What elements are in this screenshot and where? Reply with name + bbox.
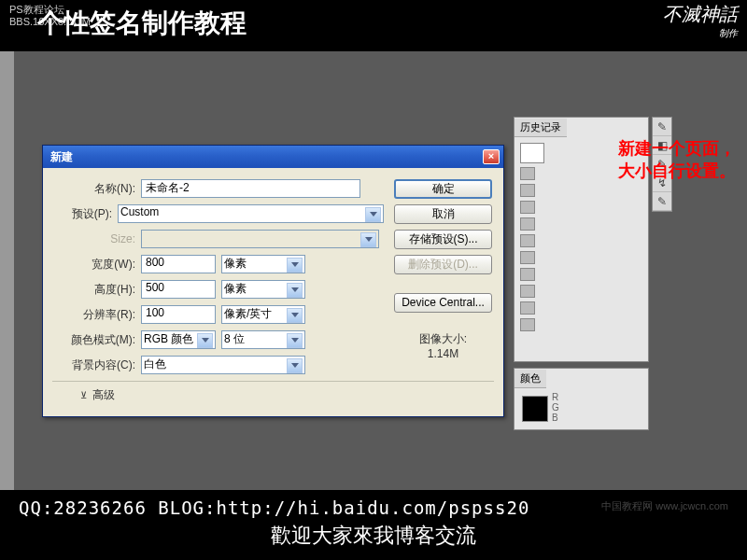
chevron-down-icon [291, 338, 299, 343]
history-item[interactable] [518, 283, 644, 300]
history-item[interactable] [518, 249, 644, 266]
bg-content-select[interactable]: 白色 [141, 356, 305, 374]
color-panel-body: R G B [514, 388, 648, 429]
chevron-down-icon [291, 363, 299, 368]
history-step-icon [520, 268, 535, 281]
tutorial-title: 个性签名制作教程 [37, 6, 247, 41]
size-select [141, 230, 379, 248]
history-step-icon [520, 201, 535, 214]
chevron-down-icon [202, 338, 209, 343]
history-step-icon [520, 234, 535, 247]
photoshop-workspace: 新建 × 名称(N): 未命名-2 预设(P): Custom Size: 宽度… [0, 51, 747, 490]
welcome-text: 歡迎大家來我博客交流 [19, 522, 728, 550]
tutorial-header: PS教程论坛 BBS.16XX8.COM 个性签名制作教程 不滅神話 制作 [0, 0, 747, 51]
chevron-down-icon [291, 262, 299, 267]
width-label: 宽度(W): [52, 257, 141, 273]
resolution-unit-select[interactable]: 像素/英寸 [221, 305, 305, 324]
b-slider[interactable]: B [552, 413, 559, 423]
color-tab[interactable]: 颜色 [514, 370, 546, 388]
cancel-button[interactable]: 取消 [394, 204, 492, 224]
history-item[interactable] [518, 216, 644, 232]
tutorial-footer: QQ:28236266 BLOG:http://hi.baidu.com/psp… [0, 490, 747, 560]
history-item[interactable] [518, 266, 644, 283]
dialog-title: 新建 [47, 149, 483, 165]
chevron-down-icon [291, 287, 299, 292]
g-slider[interactable]: G [552, 402, 559, 413]
color-sliders: R G B [552, 392, 559, 426]
chevron-down-icon [370, 212, 377, 217]
history-step-icon [520, 217, 535, 231]
history-thumb-icon [520, 143, 544, 163]
advanced-toggle[interactable]: ⊻ 高级 [80, 387, 494, 403]
resolution-label: 分辨率(R): [52, 307, 141, 323]
width-unit-select[interactable]: 像素 [221, 255, 305, 273]
history-tab[interactable]: 历史记录 [514, 119, 567, 137]
r-slider[interactable]: R [552, 392, 559, 402]
logo-main: 不滅神話 [663, 4, 738, 24]
image-size-value: 1.14M [394, 347, 492, 360]
history-step-icon [520, 285, 535, 298]
ok-button[interactable]: 确定 [394, 179, 492, 199]
history-step-icon [520, 301, 535, 315]
advanced-label: 高级 [92, 387, 115, 403]
device-central-button[interactable]: Device Central... [394, 293, 492, 313]
history-item[interactable] [518, 316, 644, 333]
height-input[interactable]: 500 [141, 280, 216, 299]
history-item[interactable] [518, 232, 644, 249]
history-step-icon [520, 251, 535, 264]
history-item[interactable] [518, 199, 644, 216]
history-step-icon [520, 318, 535, 331]
color-panel: 颜色 R G B [514, 368, 649, 430]
color-mode-label: 颜色模式(M): [52, 332, 141, 348]
watermark: 中国教程网 www.jcwcn.com [601, 499, 728, 513]
size-label: Size: [52, 232, 141, 245]
tutorial-annotation: 新建一个页面，大小自行设置。 [618, 137, 740, 182]
history-item[interactable] [518, 300, 644, 316]
chevron-down-icon [365, 237, 373, 242]
bit-depth-select[interactable]: 8 位 [221, 330, 305, 349]
dialog-buttons: 确定 取消 存储预设(S)... 删除预设(D)... Device Centr… [394, 179, 492, 360]
logo-sub: 制作 [663, 27, 738, 40]
image-size-info: 图像大小: 1.14M [394, 331, 492, 360]
history-step-icon [520, 184, 535, 197]
preset-select[interactable]: Custom [118, 204, 384, 223]
resolution-input[interactable]: 100 [141, 305, 216, 324]
chevron-expand-icon: ⊻ [80, 390, 87, 400]
close-icon[interactable]: × [483, 149, 500, 164]
chevron-down-icon [291, 313, 299, 317]
author-logo: 不滅神話 制作 [663, 2, 738, 40]
tool-icon[interactable]: ✎ [653, 192, 671, 211]
delete-preset-button: 删除预设(D)... [394, 255, 492, 274]
dialog-titlebar[interactable]: 新建 × [43, 146, 503, 168]
foreground-swatch[interactable] [522, 396, 548, 422]
separator [52, 381, 494, 382]
height-label: 高度(H): [52, 282, 141, 298]
history-item[interactable] [518, 182, 644, 199]
tool-icon[interactable]: ✎ [653, 118, 671, 136]
color-mode-select[interactable]: RGB 颜色 [141, 330, 216, 349]
preset-label: 预设(P): [52, 206, 118, 222]
new-document-dialog: 新建 × 名称(N): 未命名-2 预设(P): Custom Size: 宽度… [42, 145, 504, 417]
canvas-edge [0, 51, 14, 490]
name-input[interactable]: 未命名-2 [141, 179, 360, 198]
dialog-body: 名称(N): 未命名-2 预设(P): Custom Size: 宽度(W): … [43, 168, 503, 416]
name-label: 名称(N): [52, 181, 141, 197]
height-unit-select[interactable]: 像素 [221, 280, 305, 299]
width-input[interactable]: 800 [141, 255, 216, 273]
bg-content-label: 背景内容(C): [52, 357, 141, 373]
history-step-icon [520, 167, 535, 180]
save-preset-button[interactable]: 存储预设(S)... [394, 230, 492, 249]
image-size-label: 图像大小: [394, 331, 492, 347]
